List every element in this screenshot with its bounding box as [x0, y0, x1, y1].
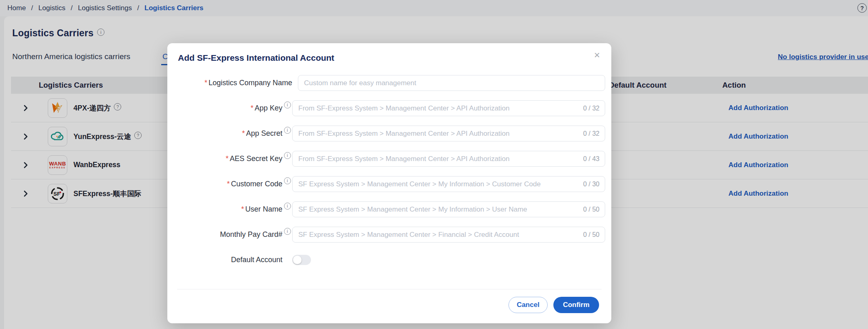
required-asterisk: *	[227, 180, 230, 188]
add-sf-express-account-modal: Add SF-Express International Account ✕ *…	[167, 43, 611, 323]
close-icon[interactable]: ✕	[592, 50, 602, 60]
customer-code-input[interactable]	[292, 176, 605, 192]
form-row: Default Account	[175, 252, 605, 268]
required-asterisk: *	[251, 104, 253, 112]
modal-title: Add SF-Express International Account	[178, 53, 334, 63]
app-key-input[interactable]	[292, 100, 605, 116]
field-label: *AES Secret Key	[175, 155, 282, 163]
form-row: *User Name i 0 / 50	[175, 201, 605, 217]
info-icon[interactable]: i	[284, 177, 291, 184]
field-label: *App Key	[175, 104, 282, 113]
form-row: *App Key i 0 / 32	[175, 100, 605, 116]
char-counter: 0 / 30	[583, 181, 599, 188]
aes-secret-key-input[interactable]	[292, 151, 605, 167]
info-icon[interactable]: i	[284, 152, 291, 159]
field-label: *User Name	[175, 205, 282, 214]
char-counter: 0 / 43	[583, 155, 599, 163]
field-label: *Logistics Company Name	[175, 79, 292, 87]
info-icon[interactable]: i	[284, 203, 291, 210]
confirm-button[interactable]: Confirm	[553, 297, 599, 313]
field-label: *App Secret	[175, 129, 282, 138]
char-counter: 0 / 50	[583, 206, 599, 213]
form-row: *App Secret i 0 / 32	[175, 126, 605, 141]
cancel-button[interactable]: Cancel	[508, 297, 548, 313]
required-asterisk: *	[204, 79, 207, 87]
required-asterisk: *	[226, 155, 229, 163]
required-asterisk: *	[242, 129, 245, 137]
monthly-pay-card-input[interactable]	[292, 227, 605, 243]
footer-divider	[177, 289, 602, 289]
form-row: *Customer Code i 0 / 30	[175, 176, 605, 192]
char-counter: 0 / 32	[583, 130, 599, 137]
field-label: *Customer Code	[175, 180, 282, 188]
char-counter: 0 / 32	[583, 105, 599, 112]
field-label: Monthly Pay Card#	[175, 230, 282, 239]
user-name-input[interactable]	[292, 201, 605, 217]
default-account-toggle[interactable]	[292, 255, 311, 265]
char-counter: 0 / 50	[583, 231, 599, 238]
toggle-knob	[293, 256, 302, 264]
info-icon[interactable]: i	[284, 127, 291, 134]
app-secret-input[interactable]	[292, 126, 605, 141]
required-asterisk: *	[241, 205, 244, 213]
form-row: Monthly Pay Card# i 0 / 50	[175, 227, 605, 243]
form-row: *Logistics Company Name	[175, 75, 605, 91]
form-row: *AES Secret Key i 0 / 43	[175, 151, 605, 167]
default-account-label: Default Account	[175, 256, 282, 264]
info-icon[interactable]: i	[284, 102, 291, 108]
info-icon[interactable]: i	[284, 228, 291, 235]
logistics-company-name-input[interactable]	[298, 75, 605, 91]
